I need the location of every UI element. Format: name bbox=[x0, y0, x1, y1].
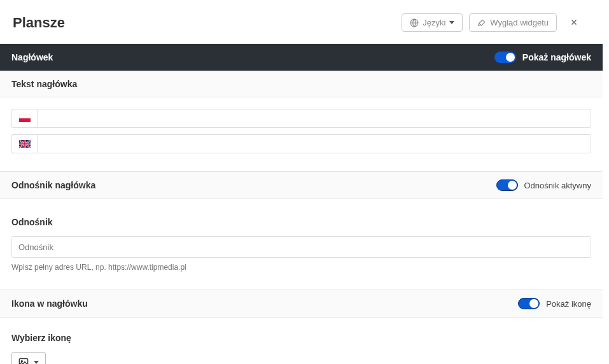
page-title: Plansze bbox=[13, 15, 65, 31]
flag-pl bbox=[11, 109, 37, 128]
languages-label: Języki bbox=[423, 18, 445, 27]
section-header-naglowek: Nagłówek Pokaż nagłówek bbox=[0, 44, 603, 71]
languages-button[interactable]: Języki bbox=[402, 13, 463, 32]
link-input[interactable] bbox=[11, 236, 591, 258]
page-header: Plansze Języki Wygląd widgetu bbox=[0, 0, 603, 44]
link-active-toggle[interactable] bbox=[496, 179, 518, 191]
header-actions: Języki Wygląd widgetu bbox=[402, 13, 590, 32]
choose-icon-label: Wybierz ikonę bbox=[11, 333, 591, 343]
uk-flag-icon bbox=[19, 140, 31, 148]
section-odnosnik-naglowka: Odnośnik nagłówka Odnośnik aktywny bbox=[0, 171, 603, 199]
show-header-label: Pokaż nagłówek bbox=[522, 52, 591, 62]
main-scroll[interactable]: Plansze Języki Wygląd widgetu Nagłówek P… bbox=[0, 0, 603, 364]
widget-appearance-button[interactable]: Wygląd widgetu bbox=[469, 13, 557, 32]
header-text-en-input[interactable] bbox=[37, 134, 591, 153]
link-field-label: Odnośnik bbox=[11, 217, 591, 227]
section-title: Tekst nagłówka bbox=[11, 79, 77, 89]
link-active-label: Odnośnik aktywny bbox=[524, 181, 592, 190]
show-header-toggle[interactable] bbox=[494, 52, 516, 63]
icon-block: Wybierz ikonę bbox=[0, 318, 603, 364]
link-active-toggle-wrap: Odnośnik aktywny bbox=[496, 179, 592, 191]
header-text-pl-row bbox=[11, 109, 591, 128]
section-title: Ikona w nagłówku bbox=[11, 298, 88, 309]
show-icon-toggle-wrap: Pokaż ikonę bbox=[518, 298, 591, 309]
section-ikona: Ikona w nagłówku Pokaż ikonę bbox=[0, 290, 603, 318]
image-icon bbox=[18, 358, 29, 364]
header-text-pl-input[interactable] bbox=[37, 109, 591, 128]
section-title: Odnośnik nagłówka bbox=[11, 180, 95, 190]
svg-point-5 bbox=[21, 361, 22, 362]
header-text-inputs bbox=[0, 97, 603, 171]
close-button[interactable] bbox=[563, 13, 590, 32]
section-tekst-naglowka: Tekst nagłówka bbox=[0, 71, 603, 97]
header-text-en-row bbox=[11, 134, 591, 153]
icon-picker-button[interactable] bbox=[11, 352, 46, 364]
close-icon bbox=[570, 18, 578, 27]
show-icon-toggle[interactable] bbox=[518, 298, 540, 309]
section-title: Nagłówek bbox=[11, 52, 53, 62]
polish-flag-icon bbox=[19, 115, 31, 122]
chevron-down-icon bbox=[449, 21, 454, 24]
link-block: Odnośnik Wpisz pełny adres URL, np. http… bbox=[0, 199, 603, 290]
svg-rect-2 bbox=[19, 118, 31, 122]
svg-rect-1 bbox=[19, 115, 31, 118]
flag-uk bbox=[11, 134, 37, 153]
brush-icon bbox=[477, 18, 486, 27]
globe-icon bbox=[410, 18, 419, 27]
link-helper-text: Wpisz pełny adres URL, np. https://www.t… bbox=[11, 263, 591, 272]
show-header-toggle-wrap: Pokaż nagłówek bbox=[494, 52, 591, 63]
widget-label: Wygląd widgetu bbox=[490, 18, 549, 27]
chevron-down-icon bbox=[34, 361, 39, 364]
show-icon-label: Pokaż ikonę bbox=[546, 299, 591, 309]
